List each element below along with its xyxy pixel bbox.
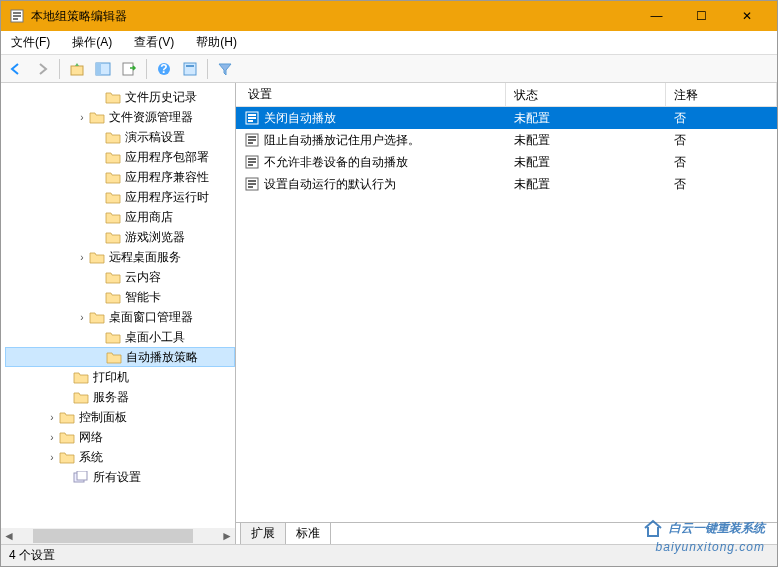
export-button[interactable]	[118, 58, 140, 80]
policy-row[interactable]: 关闭自动播放未配置否	[236, 107, 777, 129]
policy-row[interactable]: 不允许非卷设备的自动播放未配置否	[236, 151, 777, 173]
tree-item[interactable]: 自动播放策略	[5, 347, 235, 367]
tree-item[interactable]: 游戏浏览器	[5, 227, 235, 247]
svg-rect-13	[77, 471, 87, 480]
column-header-state[interactable]: 状态	[506, 83, 666, 106]
tree-item[interactable]: 应用程序运行时	[5, 187, 235, 207]
tree-horizontal-scrollbar[interactable]: ◄►	[1, 528, 235, 544]
folder-icon	[105, 130, 121, 144]
tree-item[interactable]: 演示稿设置	[5, 127, 235, 147]
forward-button[interactable]	[31, 58, 53, 80]
menu-help[interactable]: 帮助(H)	[192, 32, 241, 53]
tree-item-label: 打印机	[93, 369, 129, 386]
tree-item[interactable]: 应用商店	[5, 207, 235, 227]
tree-item-label: 控制面板	[79, 409, 127, 426]
tree-item[interactable]: ›远程桌面服务	[5, 247, 235, 267]
folder-icon	[59, 430, 75, 444]
svg-rect-24	[248, 161, 256, 163]
svg-rect-7	[123, 63, 133, 75]
minimize-button[interactable]: —	[634, 1, 679, 31]
policy-state: 未配置	[506, 174, 666, 195]
tree-item[interactable]: ›控制面板	[5, 407, 235, 427]
svg-rect-15	[248, 114, 256, 116]
column-header-setting[interactable]: 设置	[236, 83, 506, 106]
expand-icon[interactable]: ›	[45, 432, 59, 443]
folder-icon	[105, 330, 121, 344]
folder-icon	[89, 110, 105, 124]
svg-rect-17	[248, 120, 253, 122]
properties-button[interactable]	[179, 58, 201, 80]
policy-comment: 否	[666, 108, 777, 129]
expand-icon[interactable]: ›	[75, 252, 89, 263]
svg-rect-11	[186, 65, 194, 67]
expand-icon[interactable]: ›	[75, 312, 89, 323]
folder-icon	[105, 190, 121, 204]
svg-rect-6	[96, 63, 101, 75]
policy-icon	[244, 110, 260, 126]
expand-icon[interactable]: ›	[45, 452, 59, 463]
tree-item[interactable]: 智能卡	[5, 287, 235, 307]
menubar: 文件(F) 操作(A) 查看(V) 帮助(H)	[1, 31, 777, 55]
tree-item[interactable]: 桌面小工具	[5, 327, 235, 347]
policy-icon	[244, 132, 260, 148]
svg-rect-2	[13, 15, 21, 17]
svg-rect-4	[71, 66, 83, 75]
menu-action[interactable]: 操作(A)	[68, 32, 116, 53]
tree-item[interactable]: 应用程序包部署	[5, 147, 235, 167]
expand-icon[interactable]: ›	[45, 412, 59, 423]
tree-item[interactable]: 打印机	[5, 367, 235, 387]
up-button[interactable]	[66, 58, 88, 80]
menu-file[interactable]: 文件(F)	[7, 32, 54, 53]
tree-item[interactable]: 应用程序兼容性	[5, 167, 235, 187]
expand-icon[interactable]: ›	[75, 112, 89, 123]
menu-view[interactable]: 查看(V)	[130, 32, 178, 53]
folder-icon	[106, 350, 122, 364]
tree-item-label: 演示稿设置	[125, 129, 185, 146]
tree-item[interactable]: 服务器	[5, 387, 235, 407]
tree-item[interactable]: ›桌面窗口管理器	[5, 307, 235, 327]
tree-item-label: 云内容	[125, 269, 161, 286]
close-button[interactable]: ✕	[724, 1, 769, 31]
tree-item-label: 服务器	[93, 389, 129, 406]
policy-row[interactable]: 阻止自动播放记住用户选择。未配置否	[236, 129, 777, 151]
maximize-button[interactable]: ☐	[679, 1, 724, 31]
folder-icon	[59, 450, 75, 464]
folder-icon	[105, 270, 121, 284]
policy-comment: 否	[666, 130, 777, 151]
tree-item[interactable]: ›网络	[5, 427, 235, 447]
list-pane: 设置 状态 注释 关闭自动播放未配置否阻止自动播放记住用户选择。未配置否不允许非…	[236, 83, 777, 544]
tree-item[interactable]: 文件历史记录	[5, 87, 235, 107]
tree-item[interactable]: ›文件资源管理器	[5, 107, 235, 127]
help-button[interactable]: ?	[153, 58, 175, 80]
folder-icon	[105, 150, 121, 164]
toolbar: ?	[1, 55, 777, 83]
tab-standard[interactable]: 标准	[285, 522, 331, 544]
policy-row[interactable]: 设置自动运行的默认行为未配置否	[236, 173, 777, 195]
policy-name: 阻止自动播放记住用户选择。	[264, 132, 420, 149]
back-button[interactable]	[5, 58, 27, 80]
tab-extended[interactable]: 扩展	[240, 522, 286, 544]
svg-rect-3	[13, 18, 18, 20]
tree-item-label: 桌面窗口管理器	[109, 309, 193, 326]
tree-item-label: 文件历史记录	[125, 89, 197, 106]
tree-item-label: 所有设置	[93, 469, 141, 486]
policy-comment: 否	[666, 174, 777, 195]
folder-icon	[105, 90, 121, 104]
filter-button[interactable]	[214, 58, 236, 80]
folder-icon	[59, 410, 75, 424]
tree-item[interactable]: 云内容	[5, 267, 235, 287]
folder-icon	[105, 170, 121, 184]
folder-icon	[89, 250, 105, 264]
tree-item[interactable]: 所有设置	[5, 467, 235, 487]
app-icon	[9, 8, 25, 24]
folder-icon	[105, 290, 121, 304]
tree-item-label: 桌面小工具	[125, 329, 185, 346]
column-header-comment[interactable]: 注释	[666, 83, 777, 106]
svg-rect-25	[248, 164, 253, 166]
list-header: 设置 状态 注释	[236, 83, 777, 107]
statusbar: 4 个设置	[1, 544, 777, 566]
show-hide-tree-button[interactable]	[92, 58, 114, 80]
tree-item-label: 自动播放策略	[126, 349, 198, 366]
tree-item[interactable]: ›系统	[5, 447, 235, 467]
svg-rect-1	[13, 12, 21, 14]
